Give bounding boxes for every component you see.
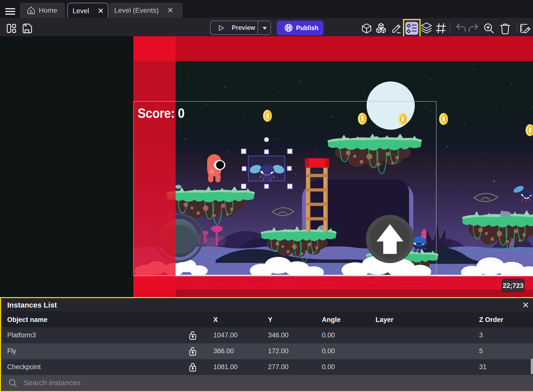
svg-text:Score: 0: Score: 0 bbox=[138, 106, 185, 120]
svg-text:22;723: 22;723 bbox=[503, 282, 524, 289]
